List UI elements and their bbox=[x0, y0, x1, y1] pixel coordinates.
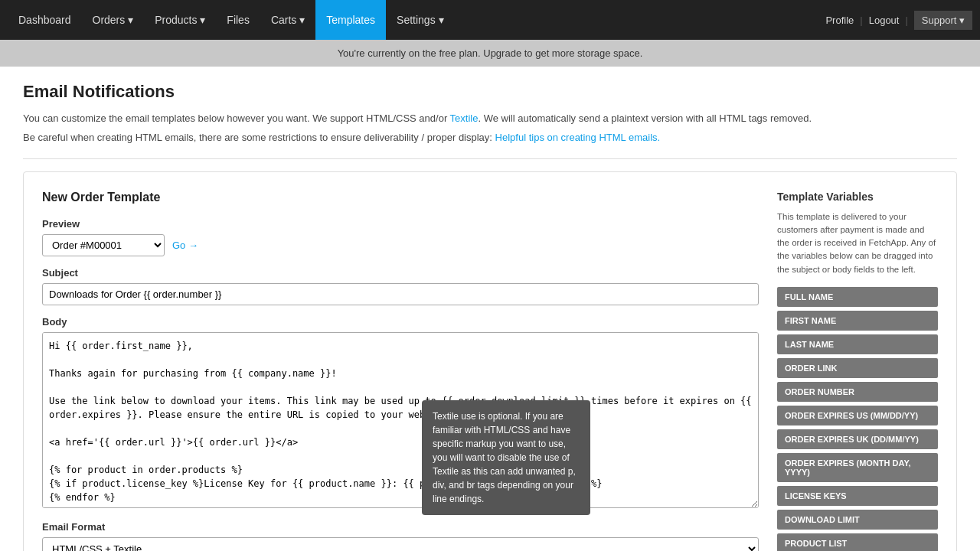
page-title: Email Notifications bbox=[23, 82, 957, 102]
page-description2: Be careful when creating HTML emails, th… bbox=[23, 130, 957, 146]
variable-button-1[interactable]: FIRST NAME bbox=[777, 311, 938, 331]
body-group: Body Hi {{ order.first_name }}, Thanks a… bbox=[42, 316, 759, 510]
go-link[interactable]: Go → bbox=[172, 240, 198, 251]
preview-group: Preview Order #M00001 Go → bbox=[42, 218, 759, 256]
variable-button-6[interactable]: ORDER EXPIRES UK (DD/MM/YY) bbox=[777, 429, 938, 449]
preview-select[interactable]: Order #M00001 bbox=[42, 234, 165, 256]
banner-text: You're currently on the free plan. Upgra… bbox=[338, 47, 643, 59]
card-title: New Order Template bbox=[42, 191, 759, 204]
textile-link[interactable]: Textile bbox=[450, 112, 479, 124]
nav-orders[interactable]: Orders ▾ bbox=[82, 0, 145, 40]
format-label: Email Format bbox=[42, 521, 759, 533]
body-textarea[interactable]: Hi {{ order.first_name }}, Thanks again … bbox=[42, 332, 759, 508]
upgrade-banner: You're currently on the free plan. Upgra… bbox=[0, 40, 980, 67]
format-group: Email Format HTML/CSS + Textile Textile … bbox=[42, 521, 759, 551]
nav-templates[interactable]: Templates bbox=[315, 0, 386, 40]
sep2: | bbox=[905, 15, 907, 26]
template-form: New Order Template Preview Order #M00001… bbox=[42, 191, 759, 551]
variable-button-9[interactable]: DOWNLOAD LIMIT bbox=[777, 510, 938, 530]
variable-button-7[interactable]: ORDER EXPIRES (MONTH DAY, YYYY) bbox=[777, 453, 938, 482]
tooltip-text: Textile use is optional. If you are fami… bbox=[433, 411, 576, 504]
format-select[interactable]: HTML/CSS + Textile bbox=[42, 537, 759, 551]
desc-text2: . We will automatically send a plaintext… bbox=[478, 112, 812, 124]
nav-support[interactable]: Support ▾ bbox=[914, 11, 972, 30]
nav-profile[interactable]: Profile bbox=[825, 15, 854, 26]
subject-label: Subject bbox=[42, 267, 759, 279]
body-label: Body bbox=[42, 316, 759, 328]
sep1: | bbox=[860, 15, 862, 26]
variable-button-3[interactable]: ORDER LINK bbox=[777, 358, 938, 378]
subject-input[interactable] bbox=[42, 283, 759, 305]
template-card: New Order Template Preview Order #M00001… bbox=[23, 171, 957, 551]
variable-button-2[interactable]: LAST NAME bbox=[777, 334, 938, 354]
preview-label: Preview bbox=[42, 218, 759, 230]
page-description: You can customize the email templates be… bbox=[23, 111, 957, 127]
nav-right: Profile | Logout | Support ▾ bbox=[825, 11, 972, 30]
sidebar-desc: This template is delivered to your custo… bbox=[777, 210, 938, 276]
preview-row: Order #M00001 Go → bbox=[42, 234, 759, 256]
tooltip-box: Textile use is optional. If you are fami… bbox=[422, 400, 590, 515]
nav-dashboard[interactable]: Dashboard bbox=[8, 0, 82, 40]
subject-group: Subject bbox=[42, 267, 759, 305]
nav-carts[interactable]: Carts ▾ bbox=[260, 0, 315, 40]
nav-left: Dashboard Orders ▾ Products ▾ Files Cart… bbox=[8, 0, 455, 40]
nav-products[interactable]: Products ▾ bbox=[144, 0, 216, 40]
nav-settings[interactable]: Settings ▾ bbox=[386, 0, 454, 40]
variable-buttons: FULL NAMEFIRST NAMELAST NAMEORDER LINKOR… bbox=[777, 287, 938, 551]
variable-button-0[interactable]: FULL NAME bbox=[777, 287, 938, 307]
variable-button-10[interactable]: PRODUCT LIST bbox=[777, 533, 938, 551]
variable-button-5[interactable]: ORDER EXPIRES US (MM/DD/YY) bbox=[777, 406, 938, 425]
variable-button-4[interactable]: ORDER NUMBER bbox=[777, 382, 938, 402]
template-sidebar: Template Variables This template is deli… bbox=[777, 191, 938, 551]
variable-button-8[interactable]: LICENSE KEYS bbox=[777, 486, 938, 506]
nav-logout[interactable]: Logout bbox=[869, 15, 900, 26]
top-navigation: Dashboard Orders ▾ Products ▾ Files Cart… bbox=[0, 0, 980, 40]
desc-text1: You can customize the email templates be… bbox=[23, 112, 450, 124]
divider bbox=[23, 158, 957, 159]
nav-files[interactable]: Files bbox=[216, 0, 260, 40]
desc-text3: Be careful when creating HTML emails, th… bbox=[23, 132, 495, 143]
main-content: Email Notifications You can customize th… bbox=[0, 67, 980, 551]
tips-link[interactable]: Helpful tips on creating HTML emails. bbox=[495, 132, 661, 143]
sidebar-title: Template Variables bbox=[777, 191, 938, 203]
